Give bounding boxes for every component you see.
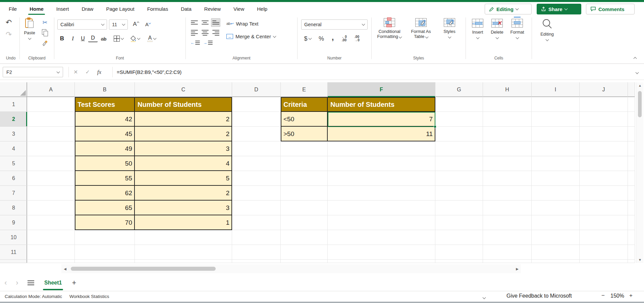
cell[interactable] xyxy=(135,230,232,245)
row-header-4[interactable]: 4 xyxy=(0,141,27,156)
cell[interactable] xyxy=(281,230,328,245)
cell[interactable] xyxy=(483,156,532,171)
tab-formulas[interactable]: Formulas xyxy=(147,6,168,12)
cell[interactable] xyxy=(328,171,435,186)
cell[interactable] xyxy=(281,260,328,263)
cell[interactable] xyxy=(628,186,635,201)
shrink-font-button[interactable]: A xyxy=(143,20,153,29)
cell-styles-button[interactable]: Styles xyxy=(438,18,461,39)
increase-decimal-button[interactable]: .00→0 xyxy=(352,34,362,43)
row-header-5[interactable]: 5 xyxy=(0,156,27,171)
workbook-statistics-button[interactable]: Workbook Statistics xyxy=(69,294,109,299)
cell[interactable] xyxy=(483,141,532,156)
row-header-3[interactable]: 3 xyxy=(0,127,27,141)
cell-c3[interactable]: 2 xyxy=(135,127,232,141)
column-header-e[interactable]: E xyxy=(281,82,328,97)
cell[interactable] xyxy=(328,201,435,215)
cell[interactable] xyxy=(580,245,628,260)
cell[interactable] xyxy=(232,230,281,245)
column-header-g[interactable]: G xyxy=(435,82,483,97)
cell[interactable] xyxy=(328,215,435,230)
cell[interactable] xyxy=(27,141,75,156)
cell[interactable] xyxy=(532,97,580,112)
tab-file[interactable]: File xyxy=(9,6,17,12)
column-header-h[interactable]: H xyxy=(483,82,532,97)
cell[interactable] xyxy=(580,156,628,171)
cell[interactable] xyxy=(628,112,635,127)
cell[interactable] xyxy=(281,141,328,156)
cell[interactable] xyxy=(27,201,75,215)
cancel-icon[interactable]: ✕ xyxy=(73,69,78,75)
cell[interactable] xyxy=(532,171,580,186)
expand-formula-bar-button[interactable] xyxy=(636,69,638,75)
cell[interactable] xyxy=(328,245,435,260)
cell[interactable] xyxy=(483,230,532,245)
cell[interactable] xyxy=(75,260,135,263)
horizontal-scrollbar[interactable]: ◀ ▶ xyxy=(61,264,521,273)
cell-c7[interactable]: 2 xyxy=(135,186,232,201)
cell[interactable] xyxy=(435,171,483,186)
scroll-up-button[interactable]: ▲ xyxy=(636,84,644,87)
enter-icon[interactable]: ✓ xyxy=(85,69,90,75)
row-header-12-partial[interactable] xyxy=(0,260,27,263)
column-header-c[interactable]: C xyxy=(135,82,232,97)
cell[interactable] xyxy=(281,201,328,215)
cell[interactable] xyxy=(27,112,75,127)
cell[interactable] xyxy=(328,230,435,245)
cell[interactable] xyxy=(532,230,580,245)
cell-c2[interactable]: 2 xyxy=(135,112,232,127)
font-family-select[interactable]: Calibri xyxy=(57,19,107,30)
cell[interactable] xyxy=(483,171,532,186)
tab-review[interactable]: Review xyxy=(204,6,221,12)
increase-indent-button[interactable]: → xyxy=(202,38,214,47)
scroll-down-button[interactable]: ▼ xyxy=(636,258,644,262)
row-header-6[interactable]: 6 xyxy=(0,171,27,186)
copy-button[interactable] xyxy=(40,28,50,37)
tab-draw[interactable]: Draw xyxy=(82,6,93,12)
cell[interactable] xyxy=(435,127,483,141)
cell[interactable] xyxy=(435,230,483,245)
align-bottom-button[interactable] xyxy=(211,18,220,27)
format-as-table-button[interactable]: Format AsTable xyxy=(407,18,435,39)
row-header-10[interactable]: 10 xyxy=(0,230,27,245)
prev-sheet-button[interactable]: ‹ xyxy=(0,278,11,287)
cell[interactable] xyxy=(435,141,483,156)
column-header-a[interactable]: A xyxy=(27,82,75,97)
column-header-b[interactable]: B xyxy=(75,82,135,97)
cell[interactable] xyxy=(532,112,580,127)
all-sheets-menu-button[interactable] xyxy=(28,280,34,285)
sheet-tab-sheet1[interactable]: Sheet1 xyxy=(44,280,62,286)
undo-button[interactable]: ↶ xyxy=(4,18,13,27)
cut-button[interactable]: ✂ xyxy=(40,18,50,27)
cell[interactable] xyxy=(628,260,635,263)
cell[interactable] xyxy=(532,201,580,215)
cell[interactable] xyxy=(281,215,328,230)
cell[interactable] xyxy=(135,260,232,263)
fill-color-button[interactable] xyxy=(128,34,142,43)
scroll-right-button[interactable]: ▶ xyxy=(514,267,521,271)
cell[interactable] xyxy=(483,245,532,260)
cell[interactable] xyxy=(580,127,628,141)
cell-b4[interactable]: 49 xyxy=(75,141,135,156)
cell[interactable] xyxy=(628,97,635,112)
column-header-partial[interactable] xyxy=(628,82,635,97)
vertical-scrollbar[interactable]: ▲ ▼ xyxy=(636,82,643,263)
cell-f2-active[interactable]: 7 xyxy=(328,112,435,127)
tab-home[interactable]: Home xyxy=(30,6,44,12)
row-header-7[interactable]: 7 xyxy=(0,186,27,201)
cell[interactable] xyxy=(435,112,483,127)
cell[interactable] xyxy=(483,215,532,230)
cell[interactable] xyxy=(532,141,580,156)
redo-button[interactable]: ↷ xyxy=(4,30,13,39)
cell[interactable] xyxy=(532,127,580,141)
align-right-button[interactable] xyxy=(211,28,220,37)
cell[interactable] xyxy=(281,171,328,186)
cell-f1[interactable]: Number of Students xyxy=(328,97,435,112)
percent-style-button[interactable]: % xyxy=(317,34,326,43)
row-header-9[interactable]: 9 xyxy=(0,215,27,230)
cell[interactable] xyxy=(628,230,635,245)
add-sheet-button[interactable]: + xyxy=(72,278,76,287)
cell-b6[interactable]: 55 xyxy=(75,171,135,186)
cell[interactable] xyxy=(435,97,483,112)
cell-c1[interactable]: Number of Students xyxy=(135,97,232,112)
